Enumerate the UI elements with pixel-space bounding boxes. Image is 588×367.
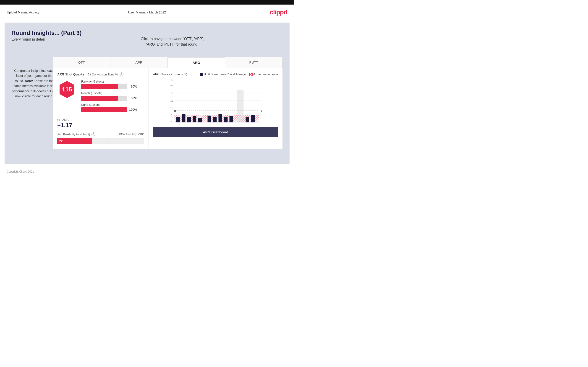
svg-rect-27 [208, 116, 211, 122]
svg-rect-22 [176, 117, 180, 122]
legend-box-up-down [200, 73, 203, 76]
svg-text:15: 15 [170, 99, 173, 102]
fairway-percent: 80% [131, 84, 137, 88]
sand-label: Sand (1 shots) [81, 103, 144, 107]
chart-svg: 0 5 10 15 20 25 30 [153, 79, 278, 124]
proximity-bar-fill: 77' [57, 138, 92, 144]
svg-rect-30 [224, 117, 228, 122]
header: Upload Manual Activity User Manual - Mar… [0, 5, 294, 19]
svg-rect-34 [251, 115, 255, 122]
pga-avg: ↑ PGA Tour Avg: 7'10" [117, 133, 144, 136]
svg-text:5: 5 [171, 114, 172, 117]
help-icon[interactable]: ? [120, 73, 123, 76]
score-hexagon: 115 [57, 80, 77, 99]
right-panel: ARG Shots - Proximity (ft) Up & Down Rou… [148, 68, 283, 149]
proximity-label: Avg Proximity to Hole (ft) [57, 133, 90, 136]
tabs: OTT APP ARG PUTT [53, 57, 283, 68]
logo: clippd [270, 9, 287, 16]
svg-text:25: 25 [170, 85, 173, 88]
rough-fill [81, 96, 118, 101]
svg-rect-33 [246, 117, 249, 122]
chart-area: 0 5 10 15 20 25 30 [153, 79, 278, 124]
svg-point-18 [174, 110, 176, 112]
rough-bar-row: Rough (5 shots) 80% [81, 92, 144, 101]
fairway-fill [81, 84, 118, 89]
fairway-label: Fairway (5 shots) [81, 80, 144, 83]
legend-dashed-line [221, 74, 226, 75]
sand-bar-row: Sand (1 shots) 100% [81, 103, 144, 112]
sg-section: SG ARG +1.17 [57, 118, 144, 129]
hexagon-area: 115 Fairway (5 shots) 80% [57, 80, 144, 115]
header-divider [5, 19, 290, 19]
sg-label: SG ARG [57, 118, 144, 122]
legend: Up & Down Round Average 6 ft conversion … [200, 73, 278, 76]
left-description: Get greater insight into each facet of y… [11, 68, 57, 99]
proximity-value: 77' [59, 140, 63, 143]
svg-text:30: 30 [170, 79, 173, 81]
sand-fill [81, 107, 127, 112]
svg-rect-26 [198, 118, 202, 122]
legend-round-avg-label: Round Average [227, 73, 246, 76]
proximity-header: Avg Proximity to Hole (ft) ? ↑ PGA Tour … [57, 133, 144, 136]
tab-arg[interactable]: ARG [168, 57, 225, 68]
right-panel-title: ARG Shots - Proximity (ft) [153, 73, 187, 76]
legend-up-down: Up & Down [200, 73, 218, 76]
bars-container: Fairway (5 shots) 80% Rough (5 shots) [81, 80, 144, 115]
svg-text:8: 8 [261, 109, 262, 112]
arg-dashboard-button[interactable]: ARG Dashboard [153, 127, 278, 137]
svg-text:10: 10 [170, 107, 173, 109]
top-bar [0, 0, 294, 5]
fairway-track: 80% [81, 84, 127, 89]
legend-conversion-label: 6 ft conversion zone [253, 73, 278, 76]
tab-ott[interactable]: OTT [53, 57, 110, 68]
proximity-bar-track: 77' [57, 138, 144, 144]
tab-putt[interactable]: PUTT [225, 57, 283, 68]
shot-quality-label: ARG Shot Quality [57, 73, 84, 76]
legend-round-avg: Round Average [221, 73, 246, 76]
svg-rect-32 [237, 90, 244, 122]
right-panel-header: ARG Shots - Proximity (ft) Up & Down Rou… [153, 73, 278, 76]
main-content: Round Insights... (Part 3) Every round i… [5, 23, 290, 164]
svg-rect-24 [187, 117, 191, 122]
svg-rect-23 [182, 114, 185, 122]
svg-rect-31 [230, 116, 233, 122]
svg-rect-28 [213, 117, 217, 122]
copyright: Copyright Clippd 2021 [7, 170, 34, 173]
upload-label[interactable]: Upload Manual Activity [7, 10, 39, 14]
svg-text:0: 0 [171, 121, 172, 124]
annotation-text: Click to navigate between 'OTT', 'APP','… [141, 36, 204, 47]
panel-header: ARG Shot Quality 6ft Conversion Zone % ? [57, 73, 144, 76]
conversion-label: 6ft Conversion Zone % [88, 73, 118, 76]
tab-app[interactable]: APP [110, 57, 168, 68]
fairway-bar-row: Fairway (5 shots) 80% [81, 80, 144, 89]
left-panel: ARG Shot Quality 6ft Conversion Zone % ?… [53, 68, 148, 149]
legend-conversion-zone: 6 ft conversion zone [249, 73, 278, 76]
proximity-help-icon[interactable]: ? [92, 133, 95, 136]
legend-hatched-box [249, 73, 253, 76]
sand-track: 100% [81, 107, 127, 112]
legend-up-down-label: Up & Down [204, 73, 218, 76]
rough-track: 80% [81, 96, 127, 101]
page-title: Round Insights... (Part 3) [11, 29, 283, 36]
sand-percent: 100% [129, 108, 137, 111]
footer: Copyright Clippd 2021 [0, 167, 294, 176]
card-body: ARG Shot Quality 6ft Conversion Zone % ?… [53, 68, 283, 149]
sg-value: +1.17 [57, 122, 144, 129]
proximity-section: Avg Proximity to Hole (ft) ? ↑ PGA Tour … [57, 133, 144, 144]
dashboard-card: OTT APP ARG PUTT ARG Shot Quality 6ft Co… [52, 57, 283, 149]
proximity-cursor [109, 138, 109, 144]
svg-rect-25 [193, 116, 197, 122]
svg-text:20: 20 [170, 92, 173, 95]
rough-percent: 80% [131, 96, 137, 100]
hexagon-score: 115 [62, 86, 72, 93]
rough-label: Rough (5 shots) [81, 92, 144, 95]
center-label: User Manual - March 2022 [128, 10, 166, 14]
svg-rect-29 [219, 114, 222, 122]
